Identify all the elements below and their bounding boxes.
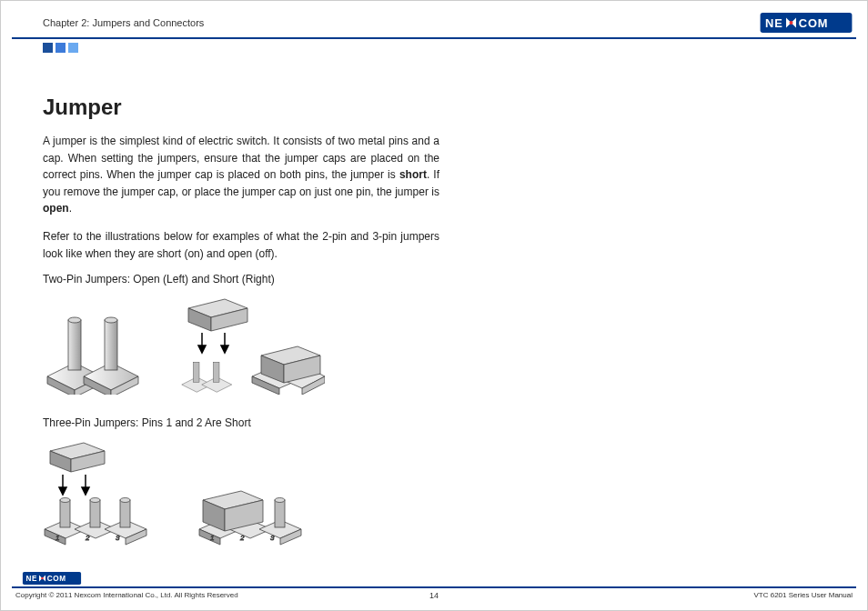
two-pin-open-icon xyxy=(43,304,143,395)
svg-point-15 xyxy=(105,317,117,323)
pin-label-3: 3 xyxy=(270,534,275,542)
footer-rule xyxy=(12,586,856,588)
svg-rect-57 xyxy=(275,500,285,527)
svg-rect-12 xyxy=(68,320,81,370)
bold-open: open xyxy=(43,202,69,215)
paragraph-1: A jumper is the simplest kind of electri… xyxy=(43,133,439,217)
page: Chapter 2: Jumpers and Connectors NE COM… xyxy=(12,10,856,601)
svg-point-66 xyxy=(41,577,44,580)
three-pin-illustration-row: 1 2 3 xyxy=(43,438,439,547)
pin-label-3: 3 xyxy=(116,534,120,542)
square-icon xyxy=(68,43,78,53)
decorative-squares xyxy=(43,43,856,53)
header-rule xyxy=(12,37,856,39)
two-pin-illustration-row xyxy=(43,295,439,395)
svg-rect-26 xyxy=(213,362,219,382)
svg-point-58 xyxy=(275,498,285,503)
page-number: 14 xyxy=(429,591,439,600)
paragraph-2: Refer to the illustrations below for exa… xyxy=(43,228,439,262)
caption-three-pin: Three-Pin Jumpers: Pins 1 and 2 Are Shor… xyxy=(43,416,439,429)
copyright-text: Copyright © 2011 Nexcom International Co… xyxy=(15,591,238,599)
chapter-label: Chapter 2: Jumpers and Connectors xyxy=(12,17,204,28)
svg-point-50 xyxy=(90,498,100,503)
svg-point-13 xyxy=(68,317,81,323)
svg-text:NE: NE xyxy=(25,575,36,583)
svg-point-49 xyxy=(60,498,70,503)
page-header: Chapter 2: Jumpers and Connectors NE COM xyxy=(12,10,856,35)
two-pin-short-icon xyxy=(179,295,325,395)
square-icon xyxy=(43,43,53,53)
svg-point-4 xyxy=(789,21,792,25)
pin-label-1: 1 xyxy=(56,534,59,542)
page-footer: NE COM Copyright © 2011 Nexcom Internati… xyxy=(12,572,856,601)
svg-rect-46 xyxy=(60,500,70,527)
svg-rect-47 xyxy=(90,500,100,527)
section-title: Jumper xyxy=(43,95,439,120)
svg-marker-38 xyxy=(59,487,66,495)
square-icon xyxy=(56,43,66,53)
bold-short: short xyxy=(399,168,427,181)
svg-marker-20 xyxy=(198,346,206,353)
text: . xyxy=(69,202,72,215)
svg-rect-48 xyxy=(120,500,130,527)
text: A jumper is the simplest kind of electri… xyxy=(43,135,439,181)
pin-label-2: 2 xyxy=(85,534,90,542)
svg-marker-22 xyxy=(221,346,228,353)
nexcom-logo-footer: NE COM xyxy=(15,572,88,585)
svg-marker-40 xyxy=(82,487,89,495)
content-column: Jumper A jumper is the simplest kind of … xyxy=(12,53,439,547)
manual-name: VTC 6201 Series User Manual xyxy=(754,591,853,599)
svg-text:NE: NE xyxy=(765,16,783,30)
three-pin-shorted-icon: 1 2 3 xyxy=(197,475,316,547)
svg-rect-25 xyxy=(193,362,199,382)
three-pin-cap-placing-icon: 1 2 3 xyxy=(43,438,161,547)
pin-label-2: 2 xyxy=(239,534,245,542)
pin-label-1: 1 xyxy=(210,534,214,542)
nexcom-logo: NE COM xyxy=(756,13,856,33)
footer-row: Copyright © 2011 Nexcom International Co… xyxy=(12,591,856,601)
svg-point-51 xyxy=(120,498,130,503)
svg-text:COM: COM xyxy=(47,575,66,583)
caption-two-pin: Two-Pin Jumpers: Open (Left) and Short (… xyxy=(43,273,439,285)
svg-rect-14 xyxy=(105,320,117,370)
svg-text:COM: COM xyxy=(799,16,829,30)
